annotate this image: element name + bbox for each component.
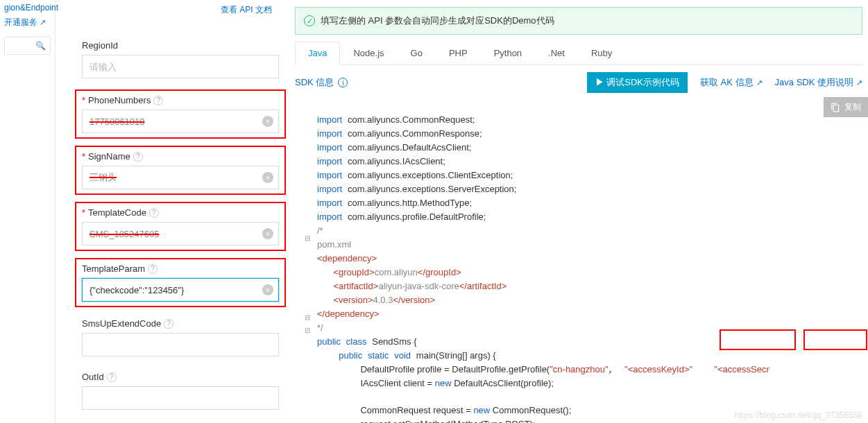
sign-input[interactable]: 三钢头: [82, 166, 279, 189]
highlight-access-secret: [803, 329, 867, 350]
tparam-label: TemplateParam: [82, 264, 145, 274]
check-icon: ✓: [304, 15, 315, 26]
help-icon[interactable]: ?: [153, 96, 163, 105]
copy-label: 复制: [844, 101, 861, 113]
phone-input[interactable]: 17750061010: [82, 110, 279, 133]
outid-input[interactable]: [82, 386, 279, 410]
region-input[interactable]: [82, 55, 279, 78]
copy-button[interactable]: 复制: [824, 97, 868, 117]
code-viewer[interactable]: import com.aliyuncs.CommonRequest; impor…: [295, 100, 868, 423]
debug-sdk-button[interactable]: ▶ 调试SDK示例代码: [587, 72, 688, 93]
open-service-link[interactable]: 开通服务 ↗: [0, 15, 55, 34]
external-link-icon: ↗: [756, 78, 763, 87]
required-icon: *: [82, 207, 85, 218]
language-tabs: Java Node.js Go PHP Python .Net Ruby: [295, 42, 862, 65]
form-column: RegionId *PhoneNumbers? 17750061010× *Si…: [76, 0, 284, 414]
field-outid: OutId?: [76, 368, 284, 414]
tcode-label: TemplateCode: [88, 207, 146, 218]
clear-icon[interactable]: ×: [262, 116, 273, 127]
open-service-label: 开通服务: [4, 17, 37, 27]
help-icon[interactable]: ?: [148, 264, 158, 274]
field-signname: *SignName? 三钢头×: [75, 146, 286, 195]
banner-text: 填写左侧的 API 参数会自动同步生成对应SDK的Demo代码: [321, 15, 554, 27]
region-endpoint-link[interactable]: gion&Endpoint: [0, 0, 55, 15]
tparam-input[interactable]: [82, 278, 279, 302]
tab-nodejs[interactable]: Node.js: [340, 42, 397, 64]
info-icon[interactable]: i: [338, 78, 348, 87]
sign-label: SignName: [88, 151, 130, 162]
tcode-input[interactable]: SMS_185247605: [82, 222, 279, 245]
help-icon[interactable]: ?: [164, 319, 173, 329]
clear-icon[interactable]: ×: [262, 228, 273, 239]
field-phone: *PhoneNumbers? 17750061010×: [75, 89, 286, 139]
tab-php[interactable]: PHP: [436, 42, 481, 64]
phone-value: 17750061010: [90, 116, 145, 127]
help-icon[interactable]: ?: [107, 372, 117, 382]
info-banner: ✓ 填写左侧的 API 参数会自动同步生成对应SDK的Demo代码: [295, 7, 862, 35]
tcode-value: SMS_185247605: [90, 229, 159, 239]
highlight-access-key: [720, 329, 796, 350]
region-label: RegionId: [82, 40, 118, 51]
search-icon: 🔍: [35, 41, 46, 51]
tab-ruby[interactable]: Ruby: [578, 42, 625, 64]
tab-go[interactable]: Go: [398, 42, 436, 64]
smsup-label: SmsUpExtendCode: [82, 318, 161, 329]
clear-icon[interactable]: ×: [262, 172, 273, 183]
smsup-input[interactable]: [82, 333, 279, 356]
required-icon: *: [82, 151, 85, 162]
tab-python[interactable]: Python: [481, 42, 535, 64]
outid-label: OutId: [82, 372, 104, 382]
sdk-usage-link[interactable]: Java SDK 使用说明↗: [775, 76, 862, 89]
help-icon[interactable]: ?: [133, 152, 143, 162]
field-templateparam: TemplateParam? ×: [75, 258, 286, 307]
fold-icon[interactable]: ⊟: [305, 324, 310, 337]
field-region: RegionId: [76, 36, 284, 83]
clear-icon[interactable]: ×: [262, 284, 273, 295]
sidebar-search[interactable]: 🔍: [4, 37, 51, 55]
field-smsup: SmsUpExtendCode?: [76, 314, 284, 361]
help-icon[interactable]: ?: [149, 208, 159, 218]
fold-icon[interactable]: ⊟: [305, 311, 310, 324]
sign-value: 三钢头: [90, 171, 117, 184]
external-link-icon: ↗: [40, 18, 46, 26]
fold-icon[interactable]: ⊟: [305, 232, 310, 245]
watermark: https://blog.csdn.net/qq_37356556: [735, 411, 862, 420]
sdk-info-label[interactable]: SDK 信息: [295, 76, 334, 89]
copy-icon: [831, 103, 840, 112]
right-pane: ✓ 填写左侧的 API 参数会自动同步生成对应SDK的Demo代码 Java N…: [295, 0, 868, 423]
tab-java[interactable]: Java: [295, 42, 340, 65]
tab-net[interactable]: .Net: [535, 42, 578, 64]
field-templatecode: *TemplateCode? SMS_185247605×: [75, 202, 286, 251]
external-link-icon: ↗: [856, 78, 862, 87]
required-icon: *: [82, 95, 85, 105]
get-ak-link[interactable]: 获取 AK 信息↗: [700, 76, 763, 89]
phone-label: PhoneNumbers: [88, 95, 151, 105]
